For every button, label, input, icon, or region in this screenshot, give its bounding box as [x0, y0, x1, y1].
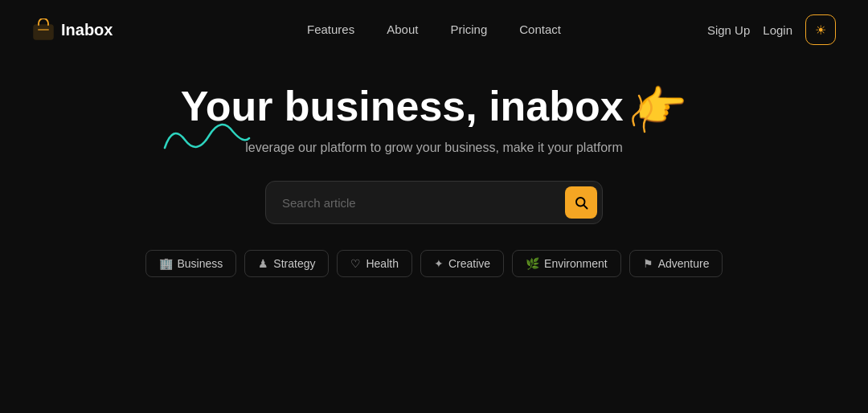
svg-rect-1	[38, 29, 49, 31]
tag-label: Adventure	[658, 257, 710, 270]
sun-icon: ☀	[815, 22, 826, 38]
hero-subtitle: leverage our platform to grow your busin…	[245, 141, 623, 155]
logo[interactable]: Inabox	[32, 18, 113, 41]
tag-label: Strategy	[273, 257, 315, 270]
nav-about[interactable]: About	[387, 22, 418, 36]
search-bar	[265, 181, 603, 224]
svg-rect-0	[34, 25, 53, 39]
nav-links: Features About Pricing Contact	[307, 22, 561, 37]
tag-label: Business	[178, 257, 223, 270]
tag-icon-strategy: ♟	[258, 257, 268, 270]
tag-icon-adventure: ⚑	[643, 257, 653, 270]
nav-contact[interactable]: Contact	[519, 22, 561, 36]
theme-toggle-button[interactable]: ☀	[805, 14, 836, 45]
tag-icon-business: 🏢	[159, 257, 173, 270]
tag-strategy[interactable]: ♟Strategy	[244, 250, 329, 277]
tag-icon-creative: ✦	[434, 257, 444, 270]
tag-business[interactable]: 🏢Business	[145, 250, 237, 277]
search-button[interactable]	[565, 186, 597, 219]
search-icon	[574, 195, 588, 210]
category-tags: 🏢Business♟Strategy♡Health✦Creative🌿Envir…	[145, 250, 723, 277]
tag-health[interactable]: ♡Health	[337, 250, 411, 277]
logo-icon	[32, 18, 55, 41]
svg-line-3	[583, 206, 587, 209]
tag-label: Environment	[544, 257, 608, 270]
hero-section: Your business, inabox 👉 leverage our pla…	[0, 59, 868, 277]
nav-actions: Sign Up Login ☀	[707, 14, 836, 45]
tag-creative[interactable]: ✦Creative	[420, 250, 504, 277]
tag-environment[interactable]: 🌿Environment	[512, 250, 621, 277]
tag-icon-environment: 🌿	[526, 257, 539, 270]
search-input[interactable]	[282, 196, 565, 210]
nav-features[interactable]: Features	[307, 22, 354, 36]
tag-label: Creative	[448, 257, 490, 270]
hero-title: Your business, inabox 👉	[181, 84, 687, 129]
login-button[interactable]: Login	[763, 23, 792, 37]
tag-icon-health: ♡	[350, 257, 361, 270]
nav-pricing[interactable]: Pricing	[450, 22, 487, 36]
navbar: Inabox Features About Pricing Contact Si…	[0, 0, 868, 59]
signup-button[interactable]: Sign Up	[707, 23, 750, 37]
tag-adventure[interactable]: ⚑Adventure	[629, 250, 723, 277]
tag-label: Health	[366, 257, 398, 270]
brand-name: Inabox	[61, 21, 113, 39]
